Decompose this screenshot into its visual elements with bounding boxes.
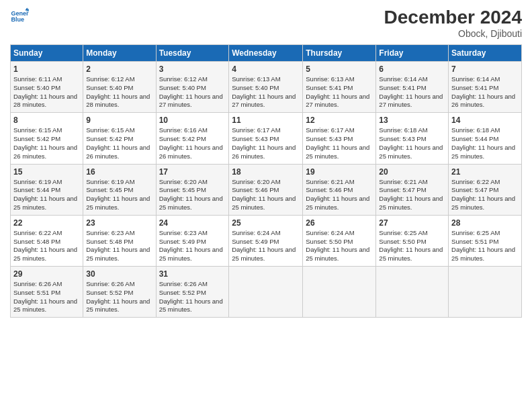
day-number: 10 [159, 116, 226, 125]
day-number: 28 [451, 218, 519, 228]
header-tuesday: Tuesday [156, 45, 229, 62]
header-monday: Monday [83, 45, 156, 62]
table-row: 6 Sunrise: 6:14 AMSunset: 5:41 PMDayligh… [376, 62, 449, 113]
table-row: 8 Sunrise: 6:15 AMSunset: 5:42 PMDayligh… [11, 113, 83, 164]
day-info: Sunrise: 6:25 AMSunset: 5:50 PMDaylight:… [379, 229, 443, 262]
table-row: 12 Sunrise: 6:17 AMSunset: 5:43 PMDaylig… [303, 113, 376, 164]
month-year: December 2024 [384, 7, 522, 28]
table-row: 11 Sunrise: 6:17 AMSunset: 5:43 PMDaylig… [229, 113, 303, 164]
table-row: 2 Sunrise: 6:12 AMSunset: 5:40 PMDayligh… [83, 62, 156, 113]
day-info: Sunrise: 6:15 AMSunset: 5:42 PMDaylight:… [86, 126, 150, 159]
day-info: Sunrise: 6:19 AMSunset: 5:44 PMDaylight:… [13, 178, 77, 211]
table-row: 28 Sunrise: 6:25 AMSunset: 5:51 PMDaylig… [449, 215, 522, 266]
calendar-week-row: 29 Sunrise: 6:26 AMSunset: 5:51 PMDaylig… [11, 267, 522, 318]
day-number: 7 [451, 64, 519, 74]
day-info: Sunrise: 6:16 AMSunset: 5:42 PMDaylight:… [159, 126, 223, 159]
table-row: 31 Sunrise: 6:26 AMSunset: 5:52 PMDaylig… [156, 267, 229, 318]
table-row: 23 Sunrise: 6:23 AMSunset: 5:48 PMDaylig… [83, 215, 156, 266]
day-info: Sunrise: 6:20 AMSunset: 5:45 PMDaylight:… [159, 178, 223, 211]
calendar-week-row: 15 Sunrise: 6:19 AMSunset: 5:44 PMDaylig… [11, 164, 522, 215]
day-info: Sunrise: 6:13 AMSunset: 5:40 PMDaylight:… [232, 75, 296, 108]
day-info: Sunrise: 6:11 AMSunset: 5:40 PMDaylight:… [13, 75, 77, 108]
header-sunday: Sunday [11, 45, 83, 62]
day-number: 22 [13, 218, 80, 228]
day-number: 31 [159, 269, 226, 279]
day-number: 29 [13, 269, 80, 279]
day-info: Sunrise: 6:14 AMSunset: 5:41 PMDaylight:… [451, 75, 515, 108]
location: Obock, Djibouti [384, 28, 522, 39]
table-row: 26 Sunrise: 6:24 AMSunset: 5:50 PMDaylig… [303, 215, 376, 266]
table-row: 18 Sunrise: 6:20 AMSunset: 5:46 PMDaylig… [229, 164, 303, 215]
day-number: 9 [86, 116, 152, 125]
day-info: Sunrise: 6:25 AMSunset: 5:51 PMDaylight:… [451, 229, 515, 262]
calendar-week-row: 8 Sunrise: 6:15 AMSunset: 5:42 PMDayligh… [11, 113, 522, 164]
day-info: Sunrise: 6:26 AMSunset: 5:51 PMDaylight:… [13, 280, 77, 313]
day-number: 5 [306, 64, 373, 74]
table-row: 5 Sunrise: 6:13 AMSunset: 5:41 PMDayligh… [303, 62, 376, 113]
day-info: Sunrise: 6:15 AMSunset: 5:42 PMDaylight:… [13, 126, 77, 159]
day-info: Sunrise: 6:26 AMSunset: 5:52 PMDaylight:… [86, 280, 150, 313]
header-wednesday: Wednesday [229, 45, 303, 62]
day-number: 18 [232, 167, 300, 177]
table-row [229, 267, 303, 318]
day-number: 15 [13, 167, 80, 177]
day-info: Sunrise: 6:21 AMSunset: 5:47 PMDaylight:… [379, 178, 443, 211]
table-row: 24 Sunrise: 6:23 AMSunset: 5:49 PMDaylig… [156, 215, 229, 266]
logo-icon: General Blue [10, 7, 29, 26]
day-info: Sunrise: 6:18 AMSunset: 5:44 PMDaylight:… [451, 126, 515, 159]
table-row: 9 Sunrise: 6:15 AMSunset: 5:42 PMDayligh… [83, 113, 156, 164]
table-row: 20 Sunrise: 6:21 AMSunset: 5:47 PMDaylig… [376, 164, 449, 215]
table-row: 30 Sunrise: 6:26 AMSunset: 5:52 PMDaylig… [83, 267, 156, 318]
table-row [449, 267, 522, 318]
day-number: 16 [86, 167, 152, 177]
day-info: Sunrise: 6:18 AMSunset: 5:43 PMDaylight:… [379, 126, 443, 159]
day-number: 2 [86, 64, 152, 74]
table-row: 25 Sunrise: 6:24 AMSunset: 5:49 PMDaylig… [229, 215, 303, 266]
day-number: 17 [159, 167, 226, 177]
table-row: 1 Sunrise: 6:11 AMSunset: 5:40 PMDayligh… [11, 62, 83, 113]
day-number: 8 [13, 116, 80, 125]
calendar-header-row: Sunday Monday Tuesday Wednesday Thursday… [11, 45, 522, 62]
page: General Blue December 2024 Obock, Djibou… [0, 0, 532, 411]
day-info: Sunrise: 6:24 AMSunset: 5:50 PMDaylight:… [306, 229, 369, 262]
day-number: 1 [13, 64, 80, 74]
table-row [303, 267, 376, 318]
day-info: Sunrise: 6:17 AMSunset: 5:43 PMDaylight:… [306, 126, 369, 159]
table-row: 21 Sunrise: 6:22 AMSunset: 5:47 PMDaylig… [449, 164, 522, 215]
day-info: Sunrise: 6:20 AMSunset: 5:46 PMDaylight:… [232, 178, 296, 211]
calendar-week-row: 22 Sunrise: 6:22 AMSunset: 5:48 PMDaylig… [11, 215, 522, 266]
day-info: Sunrise: 6:19 AMSunset: 5:45 PMDaylight:… [86, 178, 150, 211]
day-number: 27 [379, 218, 445, 228]
table-row: 4 Sunrise: 6:13 AMSunset: 5:40 PMDayligh… [229, 62, 303, 113]
day-number: 3 [159, 64, 226, 74]
day-info: Sunrise: 6:13 AMSunset: 5:41 PMDaylight:… [306, 75, 369, 108]
day-info: Sunrise: 6:26 AMSunset: 5:52 PMDaylight:… [159, 280, 223, 313]
header-saturday: Saturday [449, 45, 522, 62]
day-info: Sunrise: 6:12 AMSunset: 5:40 PMDaylight:… [86, 75, 150, 108]
table-row: 27 Sunrise: 6:25 AMSunset: 5:50 PMDaylig… [376, 215, 449, 266]
calendar: Sunday Monday Tuesday Wednesday Thursday… [10, 44, 522, 318]
logo: General Blue [10, 7, 29, 26]
day-info: Sunrise: 6:23 AMSunset: 5:48 PMDaylight:… [86, 229, 150, 262]
day-number: 6 [379, 64, 445, 74]
day-number: 11 [232, 116, 300, 125]
day-number: 26 [306, 218, 373, 228]
svg-text:Blue: Blue [11, 16, 24, 23]
day-info: Sunrise: 6:22 AMSunset: 5:47 PMDaylight:… [451, 178, 515, 211]
table-row: 14 Sunrise: 6:18 AMSunset: 5:44 PMDaylig… [449, 113, 522, 164]
table-row [376, 267, 449, 318]
day-number: 4 [232, 64, 300, 74]
day-info: Sunrise: 6:21 AMSunset: 5:46 PMDaylight:… [306, 178, 369, 211]
svg-text:General: General [11, 10, 29, 17]
day-info: Sunrise: 6:17 AMSunset: 5:43 PMDaylight:… [232, 126, 296, 159]
day-number: 19 [306, 167, 373, 177]
day-info: Sunrise: 6:14 AMSunset: 5:41 PMDaylight:… [379, 75, 443, 108]
day-info: Sunrise: 6:24 AMSunset: 5:49 PMDaylight:… [232, 229, 296, 262]
day-number: 14 [451, 116, 519, 125]
day-number: 20 [379, 167, 445, 177]
header-friday: Friday [376, 45, 449, 62]
day-info: Sunrise: 6:23 AMSunset: 5:49 PMDaylight:… [159, 229, 223, 262]
calendar-week-row: 1 Sunrise: 6:11 AMSunset: 5:40 PMDayligh… [11, 62, 522, 113]
day-info: Sunrise: 6:12 AMSunset: 5:40 PMDaylight:… [159, 75, 223, 108]
day-number: 24 [159, 218, 226, 228]
